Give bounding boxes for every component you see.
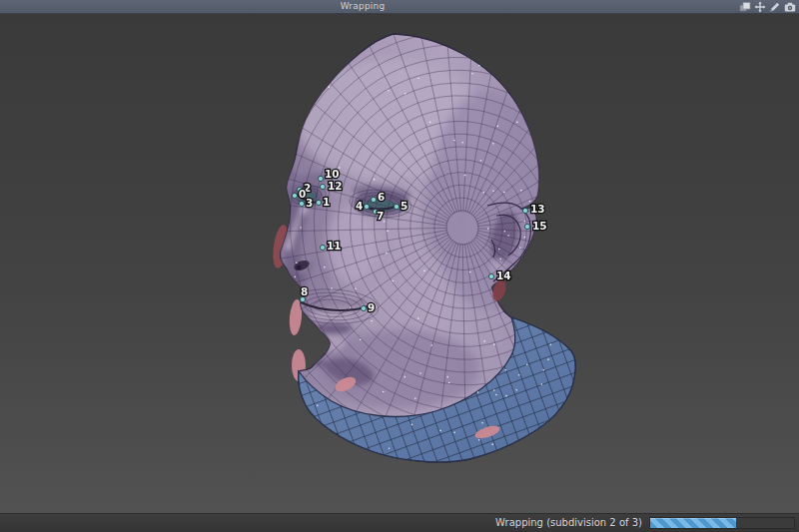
landmark-point-6[interactable] [371,197,376,202]
window-title: Wrapping [341,0,386,13]
title-bar: Wrapping [0,0,799,14]
landmark-point-11[interactable] [320,245,325,250]
app-window: Wrapping [0,0,799,532]
landmark-point-4[interactable] [364,204,369,209]
titlebar-icons [739,0,796,13]
status-text: Wrapping (subdivision 2 of 3) [495,514,642,532]
landmark-label-10: 10 [325,168,340,180]
landmark-point-3[interactable] [299,201,304,206]
landmark-point-13[interactable] [522,208,527,213]
landmark-point-8[interactable] [300,296,305,301]
progress-bar [649,517,795,529]
edit-icon[interactable] [769,1,781,13]
landmark-point-10[interactable] [318,176,323,181]
landmark-label-11: 11 [327,240,342,252]
landmark-point-0[interactable] [292,193,297,198]
camera-icon[interactable] [784,1,796,13]
landmark-label-13: 13 [530,203,545,215]
landmark-label-5: 5 [400,200,407,212]
progress-fill [650,518,736,528]
landmark-point-9[interactable] [361,305,366,310]
landmark-label-6: 6 [378,191,385,203]
landmark-label-3: 3 [306,197,313,209]
scene-svg: 1012203164571189131514 [0,14,799,513]
viewport-3d[interactable]: 1012203164571189131514 [0,14,799,513]
landmark-label-15: 15 [532,220,547,232]
landmark-point-1[interactable] [316,200,321,205]
landmark-label-9: 9 [368,301,375,313]
status-bar: Wrapping (subdivision 2 of 3) [0,513,799,532]
landmark-point-15[interactable] [524,224,529,229]
landmark-label-4: 4 [356,200,363,212]
landmark-point-12[interactable] [320,184,325,189]
landmark-label-12: 12 [328,180,343,192]
duplicate-view-icon[interactable] [739,1,751,13]
landmark-label-7: 7 [377,210,384,222]
pan-move-icon[interactable] [754,1,766,13]
landmark-label-8: 8 [301,285,308,297]
landmark-point-14[interactable] [488,273,493,278]
landmark-label-14: 14 [496,269,511,281]
landmark-label-1: 1 [323,196,330,208]
landmark-point-5[interactable] [394,204,399,209]
